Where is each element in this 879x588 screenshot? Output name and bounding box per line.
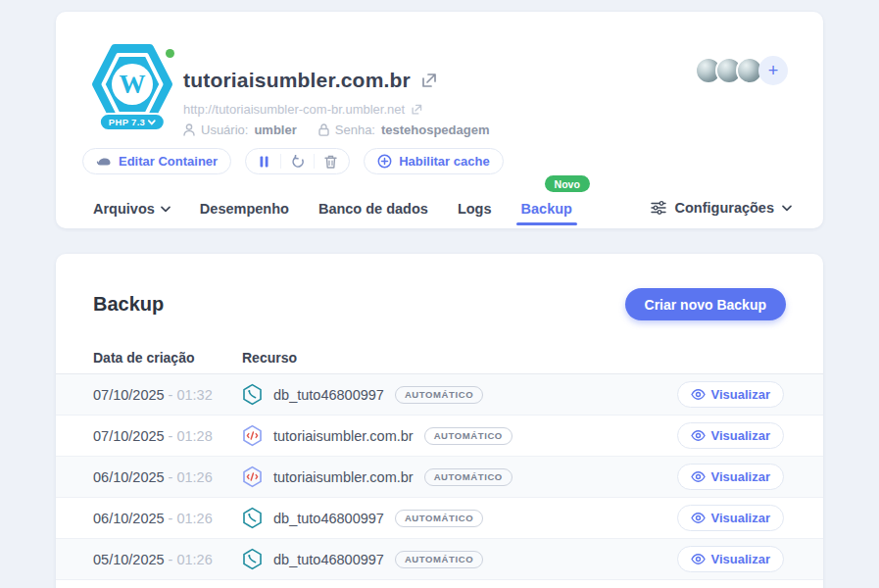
tab-label: Logs: [458, 201, 492, 217]
resource-type-icon: [242, 507, 263, 529]
svg-text:W: W: [120, 70, 146, 99]
view-backup-button[interactable]: Visualizar: [677, 422, 784, 449]
backup-card: Backup Criar novo Backup Data de criação…: [56, 254, 823, 588]
user-value: umbler: [254, 122, 296, 137]
container-whale-icon: [96, 156, 112, 168]
eye-icon: [691, 554, 706, 564]
backup-resource: tutoriaisumbler.com.br AUTOMÁTICO: [242, 424, 677, 447]
resource-name: tutoriaisumbler.com.br: [273, 469, 414, 485]
add-member-button[interactable]: +: [758, 56, 788, 85]
open-url-icon[interactable]: [411, 104, 422, 116]
automatic-badge: AUTOMÁTICO: [424, 427, 513, 445]
chevron-down-icon: [148, 120, 156, 125]
table-row: 06/10/2025 - 01:26 tutoriaisumbler.com.b…: [56, 457, 823, 498]
credentials-row: Usuário: umbler Senha: testehospedagem: [183, 122, 490, 137]
tab-label: Arquivos: [93, 201, 155, 217]
resource-name: db_tuto46800997: [273, 552, 384, 567]
backup-date: 06/10/2025 - 01:26: [93, 511, 242, 526]
pause-button[interactable]: [248, 149, 280, 173]
trash-icon: [324, 155, 337, 169]
resource-type-icon: [242, 548, 263, 570]
resource-type-icon: [242, 424, 263, 447]
open-site-icon[interactable]: [420, 73, 437, 89]
lock-icon: [318, 123, 329, 136]
pause-icon: [260, 156, 269, 168]
container-actions: Editar Container: [82, 148, 504, 174]
table-row: 07/10/2025 - 01:28 tutoriaisumbler.com.b…: [56, 416, 823, 457]
tab-label: Backup: [521, 201, 572, 217]
site-url-row: http://tutoriaisumbler-com-br.umbler.net: [183, 102, 422, 117]
enable-cache-label: Habilitar cache: [399, 154, 490, 169]
chevron-down-icon: [161, 206, 171, 213]
create-backup-button[interactable]: Criar novo Backup: [625, 288, 786, 320]
tab-logs[interactable]: Logs: [458, 201, 492, 228]
team-avatars: +: [695, 56, 788, 85]
resource-type-icon: [242, 466, 263, 488]
view-backup-button[interactable]: Visualizar: [677, 381, 784, 408]
automatic-badge: AUTOMÁTICO: [395, 551, 483, 568]
page-title: Backup: [93, 293, 164, 316]
database-hexagon-icon: [242, 548, 263, 570]
novo-badge: Novo: [545, 175, 590, 192]
backup-date: 07/10/2025 - 01:28: [93, 428, 242, 444]
resource-type-icon: [242, 383, 263, 406]
eye-icon: [691, 389, 706, 400]
automatic-badge: AUTOMÁTICO: [395, 510, 483, 527]
automatic-badge: AUTOMÁTICO: [424, 468, 513, 486]
automatic-badge: AUTOMÁTICO: [395, 386, 483, 404]
container-header-card: W PHP 7.3 tutoriaisumbler.com.br http://…: [56, 12, 823, 228]
tab-arquivos[interactable]: Arquivos: [93, 201, 171, 228]
column-header-date: Data de criação: [93, 350, 242, 366]
view-backup-label: Visualizar: [711, 428, 770, 443]
php-version-label: PHP 7.3: [109, 117, 145, 127]
settings-label: Configurações: [674, 200, 774, 216]
site-url[interactable]: http://tutoriaisumbler-com-br.umbler.net: [183, 102, 405, 117]
eye-icon: [691, 430, 706, 441]
password-value: testehospedagem: [381, 122, 490, 137]
backup-resource: db_tuto46800997 AUTOMÁTICO: [242, 507, 677, 529]
table-row: 06/10/2025 - 01:26 db_tuto46800997 AUTOM…: [56, 498, 823, 539]
password-label: Senha:: [335, 122, 375, 137]
table-row: 07/10/2025 - 01:32 db_tuto46800997 AUTOM…: [56, 374, 823, 416]
container-tabs: ArquivosDesempenhoBanco de dadosLogsBack…: [93, 201, 572, 228]
backup-resource: tutoriaisumbler.com.br AUTOMÁTICO: [242, 466, 677, 488]
backup-table-body: 07/10/2025 - 01:32 db_tuto46800997 AUTOM…: [56, 374, 823, 580]
tab-desempenho[interactable]: Desempenho: [200, 201, 289, 228]
cache-icon: [377, 154, 392, 169]
wordpress-logo: W PHP 7.3: [91, 41, 173, 131]
restart-icon: [291, 155, 305, 169]
database-hexagon-icon: [242, 507, 263, 529]
view-backup-button[interactable]: Visualizar: [677, 546, 784, 572]
tab-label: Banco de dados: [318, 201, 428, 217]
chevron-down-icon: [782, 205, 792, 212]
backup-date: 07/10/2025 - 01:32: [93, 387, 242, 403]
eye-icon: [691, 513, 706, 523]
backup-date: 06/10/2025 - 01:26: [93, 469, 242, 485]
site-hexagon-icon: [242, 466, 263, 488]
view-backup-label: Visualizar: [711, 552, 770, 566]
php-version-badge[interactable]: PHP 7.3: [99, 113, 166, 131]
view-backup-label: Visualizar: [711, 511, 770, 525]
restart-button[interactable]: [281, 149, 314, 173]
status-dot: [166, 49, 174, 58]
view-backup-label: Visualizar: [711, 387, 770, 402]
resource-name: db_tuto46800997: [273, 387, 384, 403]
view-backup-button[interactable]: Visualizar: [677, 464, 784, 490]
tab-banco-de-dados[interactable]: Banco de dados: [318, 201, 428, 228]
column-header-resource: Recurso: [242, 350, 297, 366]
view-backup-button[interactable]: Visualizar: [677, 505, 784, 531]
edit-container-button[interactable]: Editar Container: [82, 148, 231, 174]
user-label: Usuário:: [201, 122, 248, 137]
resource-name: tutoriaisumbler.com.br: [273, 428, 414, 444]
tab-backup[interactable]: BackupNovo: [521, 201, 572, 228]
settings-menu[interactable]: Configurações: [651, 200, 792, 216]
backup-date: 05/10/2025 - 01:26: [93, 552, 242, 567]
table-header: Data de criação Recurso: [56, 350, 823, 374]
user-icon: [183, 123, 195, 136]
site-title: tutoriaisumbler.com.br: [183, 69, 411, 92]
tab-label: Desempenho: [200, 201, 289, 217]
enable-cache-button[interactable]: Habilitar cache: [364, 148, 504, 174]
delete-container-button[interactable]: [315, 149, 347, 173]
container-control-group: [245, 148, 350, 174]
database-hexagon-icon: [242, 383, 263, 406]
